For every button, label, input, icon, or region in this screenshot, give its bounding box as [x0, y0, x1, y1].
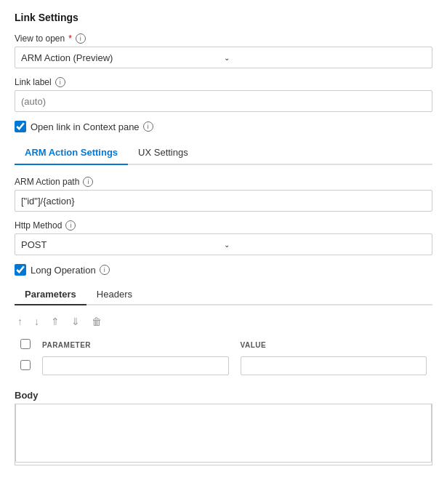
long-operation-checkbox[interactable] — [15, 264, 26, 276]
move-down-button[interactable]: ↓ — [31, 314, 42, 329]
move-top-button[interactable]: ⇑ — [48, 314, 63, 329]
delete-button[interactable]: 🗑 — [89, 314, 105, 329]
col-parameter: PARAMETER — [36, 336, 235, 353]
http-method-label: Http Method i — [15, 220, 432, 231]
select-all-checkbox[interactable] — [20, 339, 31, 349]
tab-parameters[interactable]: Parameters — [15, 284, 86, 305]
http-method-select[interactable]: POST ⌄ — [15, 233, 432, 255]
panel-title: Link Settings — [15, 12, 432, 23]
body-label: Body — [15, 390, 432, 401]
move-up-button[interactable]: ↑ — [15, 314, 25, 329]
open-in-context-checkbox[interactable] — [15, 121, 26, 132]
body-textarea-container — [15, 404, 432, 465]
tab-headers[interactable]: Headers — [86, 284, 142, 305]
chevron-down-icon: ⌄ — [224, 54, 427, 62]
table-row — [15, 353, 432, 378]
body-section: Body — [15, 390, 432, 465]
sub-tabs: Parameters Headers — [15, 284, 432, 305]
param-toolbar: ↑ ↓ ⇑ ⇓ 🗑 — [15, 314, 432, 329]
view-to-open-select[interactable]: ARM Action (Preview) ⌄ — [15, 47, 432, 68]
row-checkbox[interactable] — [20, 360, 31, 370]
chevron-down-icon: ⌄ — [224, 241, 427, 249]
row-value-cell — [235, 353, 433, 378]
arm-action-path-input[interactable] — [15, 190, 432, 212]
http-method-field: Http Method i POST ⌄ — [15, 220, 432, 255]
col-value: VALUE — [235, 336, 433, 353]
param-table: PARAMETER VALUE — [15, 336, 432, 378]
arm-action-path-info-icon[interactable]: i — [83, 177, 93, 187]
panel: Link Settings View to open * i ARM Actio… — [0, 0, 447, 477]
link-label-label: Link label i — [15, 77, 432, 87]
view-to-open-label: View to open * i — [15, 33, 432, 44]
value-input[interactable] — [241, 356, 427, 375]
http-method-info-icon[interactable]: i — [65, 220, 76, 231]
row-checkbox-cell — [15, 353, 36, 378]
arm-action-path-label: ARM Action path i — [15, 177, 432, 187]
arm-action-path-field: ARM Action path i — [15, 177, 432, 212]
view-to-open-field: View to open * i ARM Action (Preview) ⌄ — [15, 33, 432, 68]
tab-arm-action-settings[interactable]: ARM Action Settings — [15, 141, 128, 165]
long-operation-row: Long Operation i — [15, 264, 432, 276]
link-label-field: Link label i — [15, 77, 432, 112]
col-checkbox — [15, 336, 36, 353]
view-to-open-info-icon[interactable]: i — [76, 33, 86, 44]
move-bottom-button[interactable]: ⇓ — [68, 314, 83, 329]
required-star: * — [68, 33, 72, 44]
link-label-input[interactable] — [15, 90, 432, 112]
body-textarea[interactable] — [15, 404, 432, 463]
tab-ux-settings[interactable]: UX Settings — [128, 141, 198, 165]
open-in-context-info-icon[interactable]: i — [143, 121, 153, 132]
link-label-info-icon[interactable]: i — [55, 77, 65, 87]
parameter-input[interactable] — [42, 356, 229, 375]
main-tabs: ARM Action Settings UX Settings — [15, 141, 432, 165]
row-parameter-cell — [36, 353, 235, 378]
open-in-context-row: Open link in Context pane i — [15, 121, 432, 132]
long-operation-info-icon[interactable]: i — [100, 265, 110, 275]
